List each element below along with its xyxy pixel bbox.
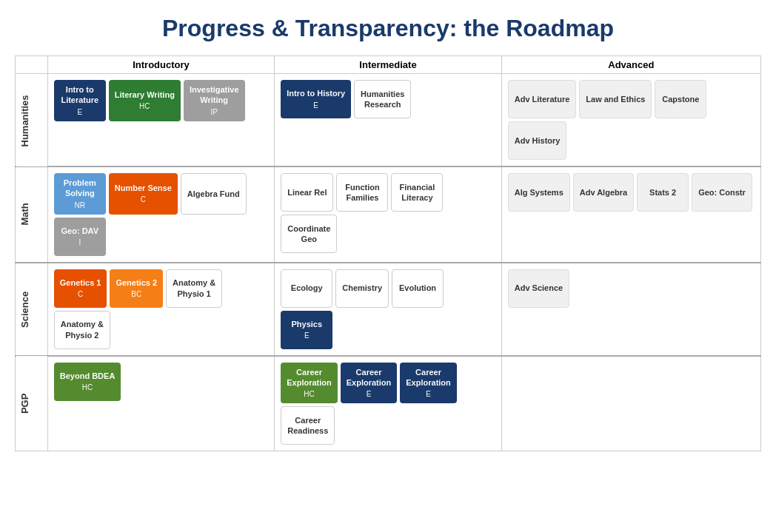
course-box[interactable]: HumanitiesResearch	[354, 80, 411, 118]
course-box[interactable]: Literary WritingHC	[109, 80, 181, 121]
cell: Adv Science	[501, 263, 760, 356]
course-box[interactable]: CareerExplorationHC	[281, 363, 338, 404]
course-box[interactable]: Number SenseC	[109, 173, 178, 215]
course-box[interactable]: Intro to HistoryE	[281, 80, 351, 118]
row-header-pgp: PGP	[16, 356, 48, 451]
course-box[interactable]: Ecology	[281, 269, 332, 308]
course-box[interactable]: Adv Science	[508, 269, 569, 308]
course-box[interactable]: Beyond BDEAHC	[54, 363, 121, 401]
course-box[interactable]: FunctionFamilies	[336, 173, 388, 212]
cell: Adv LiteratureLaw and EthicsCapstoneAdv …	[501, 74, 760, 167]
course-box[interactable]: CareerReadiness	[281, 406, 335, 445]
roadmap-table: Introductory Intermediate Advanced Human…	[15, 55, 761, 451]
course-box[interactable]: CareerExplorationE	[341, 363, 398, 404]
col-introductory: Introductory	[47, 56, 274, 74]
row-header-science: Science	[16, 263, 48, 356]
cell: Genetics 1CGenetics 2BCAnatomy &Physio 1…	[47, 263, 274, 356]
cell: Intro to HistoryEHumanitiesResearch	[275, 74, 501, 167]
course-box[interactable]: Geo: DAVI	[54, 218, 106, 256]
course-box[interactable]: Law and Ethics	[579, 80, 652, 118]
course-box[interactable]: Evolution	[392, 269, 444, 308]
course-box[interactable]: Adv Literature	[508, 80, 577, 118]
cell: CareerExplorationHCCareerExplorationECar…	[275, 356, 501, 451]
course-box[interactable]: Linear Rel	[281, 173, 333, 212]
cell: Beyond BDEAHC	[47, 356, 274, 451]
course-box[interactable]: Geo: Constr	[692, 173, 752, 212]
cell: EcologyChemistryEvolutionPhysicsE	[275, 263, 501, 356]
course-box[interactable]: Stats 2	[637, 173, 689, 212]
course-box[interactable]: Genetics 2BC	[110, 269, 163, 308]
course-box[interactable]: CoordinateGeo	[281, 215, 337, 253]
course-box[interactable]: Adv Algebra	[573, 173, 634, 212]
course-box[interactable]: Anatomy &Physio 2	[54, 311, 110, 349]
col-intermediate: Intermediate	[275, 56, 501, 74]
corner-cell	[16, 56, 48, 74]
cell: ProblemSolvingNRNumber SenseCAlgebra Fun…	[47, 166, 274, 263]
course-box[interactable]: InvestigativeWritingIP	[184, 80, 245, 121]
row-header-math: Math	[16, 166, 48, 263]
course-box[interactable]: Intro toLiteratureE	[54, 80, 106, 121]
course-box[interactable]: Chemistry	[335, 269, 389, 308]
cell: Intro toLiteratureELiterary WritingHCInv…	[47, 74, 274, 167]
cell: Linear RelFunctionFamiliesFinancialLiter…	[275, 166, 501, 263]
col-advanced: Advanced	[501, 56, 760, 74]
course-box[interactable]: CareerExplorationE	[400, 363, 457, 404]
course-box[interactable]: Alg Systems	[508, 173, 570, 212]
course-box[interactable]: Algebra Fund	[181, 173, 247, 215]
page-title: Progress & Transparency: the Roadmap	[15, 15, 761, 42]
course-box[interactable]: Anatomy &Physio 1	[166, 269, 222, 308]
course-box[interactable]: PhysicsE	[281, 311, 332, 349]
course-box[interactable]: Genetics 1C	[54, 269, 107, 308]
course-box[interactable]: ProblemSolvingNR	[54, 173, 106, 215]
cell	[501, 356, 760, 451]
cell: Alg SystemsAdv AlgebraStats 2Geo: Constr	[501, 166, 760, 263]
course-box[interactable]: Capstone	[655, 80, 706, 118]
row-header-humanities: Humanities	[16, 74, 48, 167]
course-box[interactable]: Adv History	[508, 121, 567, 160]
course-box[interactable]: FinancialLiteracy	[391, 173, 443, 212]
